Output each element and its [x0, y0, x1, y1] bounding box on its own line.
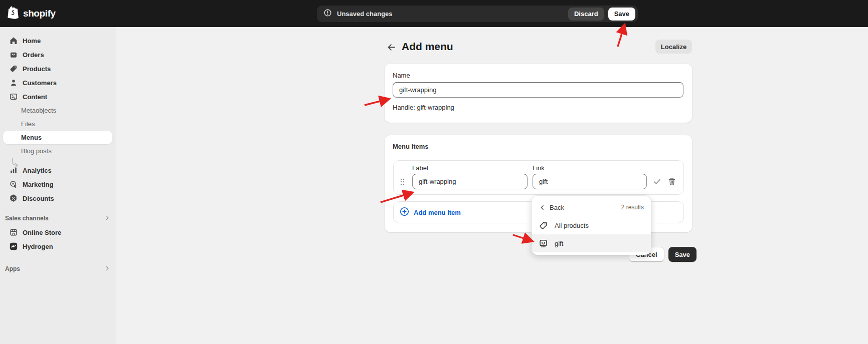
- sidebar-item-label: Online Store: [23, 229, 61, 236]
- section-header-label: Sales channels: [5, 215, 49, 222]
- popover-back-item[interactable]: Back 2 results: [532, 198, 651, 216]
- sidebar-item-label: Orders: [23, 51, 44, 59]
- topbar: shopify Unsaved changes Discard Save: [0, 0, 868, 27]
- content-icon: [10, 93, 18, 101]
- shopify-logo[interactable]: shopify: [7, 6, 56, 22]
- sub-item-label: Files: [21, 120, 35, 128]
- sidebar-item-label: Marketing: [23, 181, 53, 188]
- customers-icon: [10, 79, 18, 87]
- sub-item-label: Blog posts: [21, 147, 52, 155]
- sidebar-item-blog-posts[interactable]: Blog posts: [0, 144, 116, 158]
- analytics-icon: [10, 166, 18, 174]
- discounts-icon: [10, 194, 18, 202]
- page-title: Add menu: [402, 41, 453, 53]
- shopify-admin-window: shopify Unsaved changes Discard Save Hom…: [0, 0, 868, 344]
- sidebar-item-customers[interactable]: Customers: [0, 76, 116, 90]
- sidebar-item-marketing[interactable]: Marketing: [0, 177, 116, 191]
- topbar-save-button[interactable]: Save: [608, 8, 635, 21]
- name-card: Name Handle: gift-wrapping: [385, 64, 692, 123]
- menu-item-link-input[interactable]: [533, 174, 647, 189]
- drag-handle[interactable]: [400, 177, 406, 186]
- sidebar-item-discounts[interactable]: Discounts: [0, 191, 116, 205]
- sidebar-item-home[interactable]: Home: [0, 34, 116, 48]
- hydrogen-icon: [10, 242, 18, 250]
- sidebar-item-metaobjects[interactable]: Metaobjects: [0, 104, 116, 117]
- sidebar-item-products[interactable]: Products: [0, 62, 116, 76]
- shopify-wordmark: shopify: [23, 8, 56, 19]
- chevron-left-icon: [539, 203, 546, 212]
- sub-item-label: Metaobjects: [21, 107, 56, 114]
- add-menu-item-label: Add menu item: [414, 209, 461, 216]
- handle-text: Handle: gift-wrapping: [393, 104, 684, 111]
- confirm-item-button[interactable]: [651, 176, 662, 187]
- delete-item-button[interactable]: [666, 176, 677, 187]
- sidebar-item-hydrogen[interactable]: Hydrogen: [0, 239, 116, 253]
- sidebar-item-label: Analytics: [23, 167, 52, 174]
- menu-item-editor-row: Label Link: [393, 160, 684, 195]
- popover-back-label: Back: [550, 204, 564, 211]
- popover-item-gift[interactable]: gift: [532, 234, 651, 252]
- sub-item-label: Menus: [21, 134, 42, 141]
- sidebar-item-label: Content: [23, 93, 47, 101]
- sidebar-item-content[interactable]: Content: [0, 90, 116, 104]
- sidebar-item-label: Customers: [23, 79, 57, 87]
- sidebar-item-label: Home: [23, 37, 41, 45]
- sidebar-item-online-store[interactable]: Online Store: [0, 225, 116, 239]
- trash-icon: [668, 177, 676, 186]
- unsaved-changes-label: Unsaved changes: [337, 10, 568, 18]
- arrow-left-icon: [387, 43, 396, 52]
- name-field-label: Name: [393, 72, 684, 79]
- name-input[interactable]: [393, 82, 683, 98]
- discard-button[interactable]: Discard: [568, 8, 604, 21]
- link-column-header: Link: [533, 164, 647, 172]
- tag-icon: [539, 221, 548, 230]
- plus-circle-icon: [400, 207, 409, 218]
- sidebar: Home Orders Products Customers Content: [0, 27, 116, 344]
- home-icon: [10, 37, 18, 45]
- chevron-right-icon: [104, 215, 110, 222]
- orders-icon: [10, 51, 18, 59]
- popover-item-label: gift: [555, 240, 563, 247]
- label-column-header: Label: [412, 164, 528, 172]
- save-button[interactable]: Save: [668, 247, 697, 262]
- check-icon: [653, 177, 661, 186]
- unsaved-changes-bar: Unsaved changes Discard Save: [317, 6, 638, 22]
- sidebar-section-sales-channels[interactable]: Sales channels: [0, 211, 116, 225]
- sidebar-item-menus[interactable]: Menus: [3, 131, 112, 144]
- menu-items-title: Menu items: [393, 143, 684, 150]
- section-header-label: Apps: [5, 265, 20, 272]
- localize-button[interactable]: Localize: [655, 40, 692, 54]
- link-picker-popover: Back 2 results All products gift: [532, 196, 651, 255]
- sidebar-item-label: Hydrogen: [23, 243, 53, 250]
- shopify-bag-icon: [7, 6, 20, 22]
- popover-item-all-products[interactable]: All products: [532, 216, 651, 234]
- menu-item-label-input[interactable]: [412, 174, 528, 189]
- products-icon: [10, 65, 18, 73]
- alert-icon: [323, 9, 332, 19]
- collection-icon: [539, 239, 548, 248]
- storefront-icon: [10, 228, 18, 236]
- sidebar-item-label: Discounts: [23, 195, 54, 202]
- sidebar-item-analytics[interactable]: Analytics: [0, 163, 116, 177]
- sidebar-item-files[interactable]: Files: [0, 117, 116, 131]
- popover-item-label: All products: [555, 222, 589, 229]
- sidebar-section-apps[interactable]: Apps: [0, 262, 116, 276]
- popover-results-count: 2 results: [621, 204, 644, 211]
- back-button[interactable]: [385, 41, 398, 54]
- marketing-icon: [10, 180, 18, 188]
- sidebar-item-orders[interactable]: Orders: [0, 48, 116, 62]
- sidebar-item-label: Products: [23, 65, 51, 73]
- chevron-right-icon: [104, 265, 110, 273]
